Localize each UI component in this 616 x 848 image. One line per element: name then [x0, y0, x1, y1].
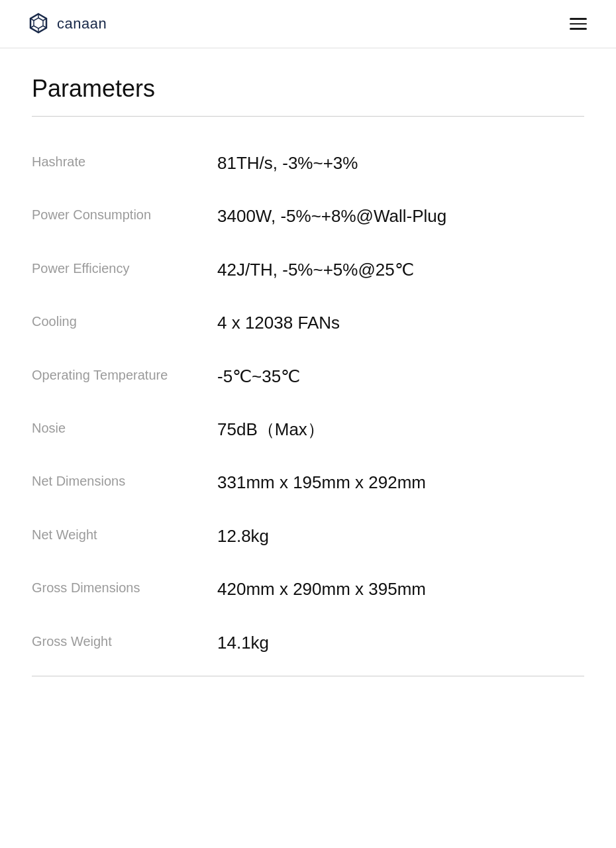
param-row: Net Dimensions331mm x 195mm x 292mm: [32, 456, 584, 509]
param-row: Net Weight12.8kg: [32, 509, 584, 562]
param-row: Power Consumption3400W, -5%~+8%@Wall-Plu…: [32, 189, 584, 242]
svg-marker-1: [34, 18, 43, 28]
logo[interactable]: canaan: [26, 12, 107, 36]
param-row: Gross Weight14.1kg: [32, 616, 584, 669]
hamburger-menu[interactable]: [567, 15, 590, 32]
header: canaan: [0, 0, 616, 48]
parameters-table: Hashrate81TH/s, -3%~+3%Power Consumption…: [32, 136, 584, 669]
bottom-divider: [32, 676, 584, 676]
param-row: Power Efficiency42J/TH, -5%~+5%@25℃: [32, 243, 584, 296]
param-label: Power Consumption: [32, 204, 217, 224]
page-title: Parameters: [32, 75, 584, 103]
title-divider: [32, 116, 584, 117]
hamburger-line-3: [570, 28, 587, 30]
param-row: Nosie75dB（Max）: [32, 403, 584, 456]
param-label: Hashrate: [32, 151, 217, 171]
main-content: Parameters Hashrate81TH/s, -3%~+3%Power …: [0, 48, 616, 716]
param-label: Gross Dimensions: [32, 577, 217, 597]
param-label: Power Efficiency: [32, 258, 217, 278]
param-label: Gross Weight: [32, 631, 217, 651]
param-value: 42J/TH, -5%~+5%@25℃: [217, 258, 584, 282]
param-value: 12.8kg: [217, 524, 584, 548]
param-value: 331mm x 195mm x 292mm: [217, 470, 584, 494]
param-label: Nosie: [32, 417, 217, 437]
param-label: Net Dimensions: [32, 470, 217, 490]
param-value: -5℃~35℃: [217, 364, 584, 388]
param-value: 420mm x 290mm x 395mm: [217, 577, 584, 601]
param-row: Gross Dimensions420mm x 290mm x 395mm: [32, 562, 584, 615]
param-value: 81TH/s, -3%~+3%: [217, 151, 584, 175]
param-value: 3400W, -5%~+8%@Wall-Plug: [217, 204, 584, 228]
param-row: Operating Temperature-5℃~35℃: [32, 350, 584, 403]
param-value: 4 x 12038 FANs: [217, 311, 584, 335]
hamburger-line-2: [570, 23, 587, 25]
param-value: 14.1kg: [217, 631, 584, 655]
param-value: 75dB（Max）: [217, 417, 584, 441]
canaan-logo-icon: [26, 12, 50, 36]
param-label: Operating Temperature: [32, 364, 217, 384]
logo-text: canaan: [57, 15, 107, 32]
param-label: Cooling: [32, 311, 217, 331]
hamburger-line-1: [570, 18, 587, 20]
param-label: Net Weight: [32, 524, 217, 544]
param-row: Hashrate81TH/s, -3%~+3%: [32, 136, 584, 189]
param-row: Cooling4 x 12038 FANs: [32, 296, 584, 349]
